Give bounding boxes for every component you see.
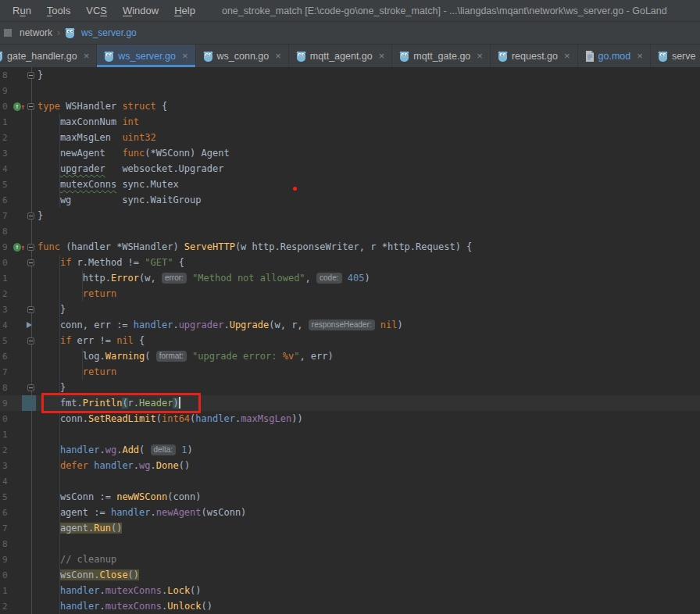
code-text[interactable]: } — [38, 67, 700, 83]
code-text[interactable]: upgrader websocket.Upgrader — [38, 161, 700, 177]
code-line[interactable]: 1 maxConnNum int — [0, 114, 700, 130]
code-text[interactable]: handler.wg.Add( delta: 1) — [38, 442, 700, 458]
line-number: 3 — [0, 461, 11, 471]
code-line[interactable]: 7 agent.Run() — [0, 520, 700, 536]
code-line[interactable]: 5 wsConn := newWSConn(conn) — [0, 489, 700, 505]
code-area[interactable]: 8}90↑↑type WSHandler struct {1 maxConnNu… — [0, 67, 700, 614]
menu-item-vcs[interactable]: VCS — [78, 5, 115, 16]
code-line[interactable]: 2 return — [0, 286, 700, 302]
close-icon[interactable]: × — [564, 51, 570, 61]
code-line[interactable]: 0 wsConn.Close() — [0, 567, 700, 583]
tab-mqtt_agent.go[interactable]: mqtt_agent.go× — [289, 45, 393, 67]
code-text[interactable]: maxMsgLen uint32 — [38, 130, 700, 145]
tab-ws_server.go[interactable]: ws_server.go× — [97, 45, 195, 67]
code-text[interactable]: } — [38, 302, 700, 317]
code-text[interactable]: } — [38, 380, 700, 395]
tab-mqtt_gate.go[interactable]: mqtt_gate.go× — [392, 45, 491, 67]
code-text[interactable]: agent := handler.newAgent(wsConn) — [38, 505, 700, 520]
code-text[interactable]: if r.Method != "GET" { — [38, 255, 700, 270]
tab-ws_conn.go[interactable]: ws_conn.go× — [196, 45, 289, 67]
code-line[interactable]: 1 http.Error(w, error: "Method not allow… — [0, 270, 700, 286]
code-text[interactable]: wg sync.WaitGroup — [38, 192, 700, 208]
code-text[interactable]: conn.SetReadLimit(int64(handler.maxMsgLe… — [38, 411, 700, 427]
close-icon[interactable]: × — [275, 51, 281, 61]
code-text[interactable]: handler.mutexConns.Unlock() — [38, 598, 700, 614]
fold-end-icon[interactable] — [27, 306, 34, 313]
code-text[interactable]: agent.Run() — [38, 520, 700, 536]
code-line[interactable]: 2 maxMsgLen uint32 — [0, 130, 700, 145]
fold-collapse-icon[interactable] — [27, 337, 34, 344]
code-line[interactable]: 9 — [0, 83, 700, 98]
code-text[interactable]: maxConnNum int — [38, 114, 700, 130]
tab-serve[interactable]: serve× — [651, 45, 700, 67]
code-line[interactable]: 9 fmt.Println(r.Header) — [0, 395, 700, 411]
breadcrumb-item-network[interactable]: network — [17, 26, 55, 40]
menu-item-tools[interactable]: Tools — [39, 5, 78, 16]
code-text[interactable]: } — [38, 208, 700, 223]
code-text[interactable]: type WSHandler struct { — [38, 98, 700, 114]
close-icon[interactable]: × — [637, 51, 643, 61]
code-line[interactable]: 8} — [0, 67, 700, 83]
code-line[interactable]: 5 mutexConns sync.Mutex — [0, 177, 700, 192]
tab-go.mod[interactable]: go.mod× — [578, 45, 651, 67]
code-text[interactable]: func (handler *WSHandler) ServeHTTP(w ht… — [38, 239, 700, 255]
code-line[interactable]: 1 handler.mutexConns.Lock() — [0, 583, 700, 598]
code-line[interactable]: 9↑↑func (handler *WSHandler) ServeHTTP(w… — [0, 239, 700, 255]
code-line[interactable]: 0↑↑type WSHandler struct { — [0, 98, 700, 114]
code-line[interactable]: 8 } — [0, 380, 700, 395]
code-line[interactable]: 9 // cleanup — [0, 552, 700, 567]
code-line[interactable]: 6 wg sync.WaitGroup — [0, 192, 700, 208]
code-text[interactable]: wsConn := newWSConn(conn) — [38, 489, 700, 505]
fold-end-icon[interactable] — [27, 384, 34, 391]
code-text[interactable]: wsConn.Close() — [38, 567, 700, 583]
code-line[interactable]: 6 agent := handler.newAgent(wsConn) — [0, 505, 700, 520]
code-line[interactable]: 4 upgrader websocket.Upgrader — [0, 161, 700, 177]
code-line[interactable]: 3 newAgent func(*WSConn) Agent — [0, 145, 700, 161]
close-icon[interactable]: × — [182, 51, 188, 61]
fold-collapse-icon[interactable] — [27, 103, 34, 110]
code-text[interactable]: // cleanup — [38, 552, 700, 567]
code-line[interactable]: 5 if err != nil { — [0, 333, 700, 348]
code-line[interactable]: 3 defer handler.wg.Done() — [0, 458, 700, 473]
code-text[interactable]: http.Error(w, error: "Method not allowed… — [38, 270, 700, 286]
code-line[interactable]: 2 handler.wg.Add( delta: 1) — [0, 442, 700, 458]
code-line[interactable]: 4 — [0, 473, 700, 489]
menu-item-help[interactable]: Help — [166, 5, 203, 16]
close-icon[interactable]: × — [477, 51, 483, 61]
code-editor[interactable]: 8}90↑↑type WSHandler struct {1 maxConnNu… — [0, 67, 700, 614]
code-line[interactable]: 8 — [0, 223, 700, 239]
menu-item-run[interactable]: Run — [5, 5, 39, 16]
code-line[interactable]: 0 if r.Method != "GET" { — [0, 255, 700, 270]
breadcrumb-item-ws_server.go[interactable]: ws_server.go — [79, 26, 139, 40]
code-text[interactable]: return — [38, 364, 700, 380]
code-text[interactable]: if err != nil { — [38, 333, 700, 348]
code-line[interactable]: 2 handler.mutexConns.Unlock() — [0, 598, 700, 614]
fold-end-icon[interactable] — [27, 72, 34, 79]
code-line[interactable]: 7 return — [0, 364, 700, 380]
code-text[interactable]: return — [38, 286, 700, 302]
close-icon[interactable]: × — [84, 51, 90, 61]
tab-gate_handler.go[interactable]: gate_handler.go× — [0, 45, 97, 67]
close-icon[interactable]: × — [379, 51, 385, 61]
code-text[interactable]: log.Warning( format: "upgrade error: %v"… — [38, 348, 700, 364]
code-text[interactable]: newAgent func(*WSConn) Agent — [38, 145, 700, 161]
code-text[interactable]: mutexConns sync.Mutex — [38, 177, 700, 192]
code-line[interactable]: 4 conn, err := handler.upgrader.Upgrade(… — [0, 317, 700, 333]
code-line[interactable]: 8 — [0, 536, 700, 552]
fold-collapse-icon[interactable] — [27, 259, 34, 266]
tab-request.go[interactable]: request.go× — [491, 45, 578, 67]
code-text[interactable]: fmt.Println(r.Header) — [38, 395, 700, 411]
gutter-triangle-icon[interactable] — [27, 322, 32, 328]
fold-collapse-icon[interactable] — [27, 244, 34, 251]
code-line[interactable]: 6 log.Warning( format: "upgrade error: %… — [0, 348, 700, 364]
code-line[interactable]: 7} — [0, 208, 700, 223]
code-line[interactable]: 3 } — [0, 302, 700, 317]
code-line[interactable]: 0 conn.SetReadLimit(int64(handler.maxMsg… — [0, 411, 700, 427]
code-text[interactable]: handler.mutexConns.Lock() — [38, 583, 700, 598]
code-text[interactable]: defer handler.wg.Done() — [38, 458, 700, 473]
line-number: 4 — [0, 320, 11, 330]
code-line[interactable]: 1 — [0, 427, 700, 442]
menu-item-window[interactable]: Window — [115, 5, 166, 16]
code-text[interactable]: conn, err := handler.upgrader.Upgrade(w,… — [38, 317, 700, 333]
fold-end-icon[interactable] — [27, 212, 34, 220]
